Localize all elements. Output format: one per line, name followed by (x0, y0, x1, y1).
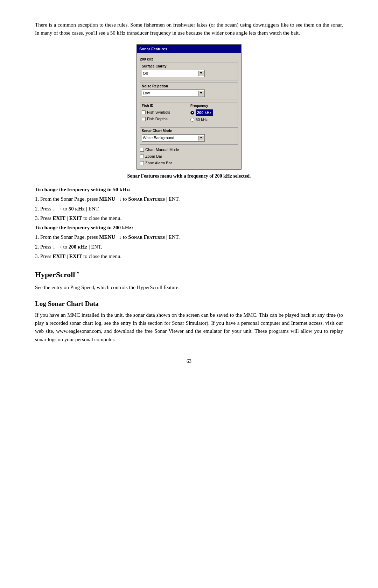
dialog-body: 200 kHz Surface Clarity Off ▼ Noise Reje… (137, 53, 241, 169)
surface-clarity-select[interactable]: Off ▼ (142, 70, 205, 77)
surface-clarity-arrow[interactable]: ▼ (198, 71, 204, 76)
zone-alarm-bar-checkbox[interactable] (140, 161, 144, 165)
sonar-chart-mode-select[interactable]: White Background ▼ (142, 134, 205, 142)
section2-step3-bold2: EXIT (69, 253, 82, 259)
figure-caption: Sonar Features menu with a frequency of … (35, 172, 343, 180)
section1-step1-end: | ENT. (165, 196, 180, 202)
section1-step3-end: to close the menu. (82, 215, 121, 221)
log-sonar-heading: Log Sonar Chart Data (35, 299, 343, 309)
frequency-col: Frequency ● 200 kHz 50 kHz (190, 103, 236, 123)
noise-rejection-label: Noise Rejection (142, 84, 236, 89)
noise-rejection-group: Noise Rejection Low ▼ (140, 83, 238, 100)
section1-step3-mid: | (65, 215, 69, 221)
section1-step1-mid: | ↓ to (115, 196, 128, 202)
chart-manual-mode-label: Chart Manual Mode (145, 147, 179, 153)
section1-step1: 1. From the Sonar Page, press MENU | ↓ t… (35, 195, 343, 203)
fish-symbols-row: Fish Symbols (142, 109, 188, 115)
intro-paragraph: There is a common exception to these rul… (35, 21, 343, 37)
fish-freq-group: Fish ID Fish Symbols Fish Depths Frequen… (140, 102, 238, 125)
freq-200-row: ● 200 kHz (190, 109, 236, 116)
hyperscroll-text: See the entry on Ping Speed, which contr… (35, 284, 343, 292)
section2-step1-end: | ENT. (165, 234, 180, 240)
freq-200-header: 200 kHz (140, 57, 238, 62)
surface-clarity-group: Surface Clarity Off ▼ (140, 63, 238, 80)
sonar-features-dialog: Sonar Features 200 kHz Surface Clarity O… (136, 44, 241, 170)
dialog-wrapper: Sonar Features 200 kHz Surface Clarity O… (35, 44, 343, 170)
surface-clarity-value: Off (143, 71, 148, 77)
section1-step3-bold2: EXIT (69, 215, 82, 221)
chart-manual-mode-checkbox[interactable] (140, 148, 144, 152)
fish-depths-row: Fish Depths (142, 116, 188, 122)
section2-step3-bold1: EXIT (52, 253, 65, 259)
section2-step2-pre: 2. Press ↓ → to (35, 244, 69, 250)
sonar-chart-mode-value: White Background (143, 135, 174, 141)
noise-rejection-arrow[interactable]: ▼ (198, 91, 204, 96)
fish-id-label: Fish ID (142, 103, 188, 109)
freq-200-radio[interactable]: ● (190, 111, 194, 115)
section2-step2: 2. Press ↓ → to 200 kHz | ENT. (35, 243, 343, 251)
section1-step3: 3. Press EXIT | EXIT to close the menu. (35, 214, 343, 222)
sonar-chart-mode-group: Sonar Chart Mode White Background ▼ (140, 127, 238, 145)
log-sonar-text: If you have an MMC installed in the unit… (35, 311, 343, 344)
dialog-titlebar: Sonar Features (137, 45, 241, 53)
section2-step3-pre: 3. Press (35, 253, 52, 259)
freq-50-option: 50 kHz (196, 117, 208, 123)
sonar-chart-mode-label: Sonar Chart Mode (142, 128, 236, 134)
zoom-bar-checkbox[interactable] (140, 155, 144, 158)
fish-depths-label: Fish Depths (147, 116, 168, 122)
freq-200-option: 200 kHz (196, 109, 213, 116)
noise-rejection-dropdown-row: Low ▼ (142, 89, 236, 97)
zone-alarm-bar-label: Zone Alarm Bar (145, 160, 172, 166)
section1-step2-bold: 50 kHz (69, 206, 85, 211)
section2-step1-mid: | ↓ to (115, 234, 128, 240)
fish-symbols-checkbox[interactable] (142, 110, 146, 114)
page-number: 63 (35, 358, 343, 365)
section2-step2-bold: 200 kHz (69, 244, 88, 250)
section1-step3-bold1: EXIT (52, 215, 65, 221)
fish-depths-checkbox[interactable] (142, 117, 146, 121)
section1-step2-end: | ENT. (85, 206, 99, 211)
section2-step1: 1. From the Sonar Page, press MENU | ↓ t… (35, 233, 343, 241)
surface-clarity-dropdown-row: Off ▼ (142, 70, 236, 77)
fish-id-col: Fish ID Fish Symbols Fish Depths (142, 103, 188, 123)
section1-step2: 2. Press ↓ → to 50 kHz | ENT. (35, 205, 343, 213)
section2-step1-bold: MENU (99, 234, 115, 240)
chart-manual-mode-row: Chart Manual Mode (140, 147, 238, 153)
section1-step1-pre: 1. From the Sonar Page, press (35, 196, 99, 202)
section1-step1-bold: MENU (99, 196, 115, 202)
surface-clarity-label: Surface Clarity (142, 64, 236, 69)
sonar-chart-mode-arrow[interactable]: ▼ (198, 136, 204, 141)
fish-symbols-label: Fish Symbols (147, 109, 170, 115)
noise-rejection-select[interactable]: Low ▼ (142, 89, 205, 97)
section1-heading: To change the frequency setting to 50 kH… (35, 186, 343, 194)
freq-50-row: 50 kHz (190, 117, 236, 123)
fish-freq-cols: Fish ID Fish Symbols Fish Depths Frequen… (142, 103, 236, 123)
zoom-bar-row: Zoom Bar (140, 153, 238, 159)
section2-step2-end: | ENT. (88, 244, 102, 250)
section2-heading: To change the frequency setting to 200 k… (35, 224, 343, 232)
section2-step3-end: to close the menu. (82, 253, 121, 259)
section2-step1-pre: 1. From the Sonar Page, press (35, 234, 99, 240)
noise-rejection-value: Low (143, 90, 150, 96)
frequency-label: Frequency (190, 103, 236, 109)
sonar-chart-mode-dropdown-row: White Background ▼ (142, 134, 236, 142)
section1-step1-smallcaps: Sonar Features (128, 196, 165, 202)
section1-step2-pre: 2. Press ↓ → to (35, 206, 69, 211)
section1-step3-pre: 3. Press (35, 215, 52, 221)
hyperscroll-heading: HyperScroll™ (35, 269, 343, 281)
section2-step1-smallcaps: Sonar Features (128, 234, 165, 240)
zone-alarm-bar-row: Zone Alarm Bar (140, 160, 238, 166)
section2-step3: 3. Press EXIT | EXIT to close the menu. (35, 252, 343, 260)
freq-50-radio[interactable] (190, 118, 194, 122)
section2-step3-mid: | (65, 253, 69, 259)
zoom-bar-label: Zoom Bar (145, 153, 162, 159)
